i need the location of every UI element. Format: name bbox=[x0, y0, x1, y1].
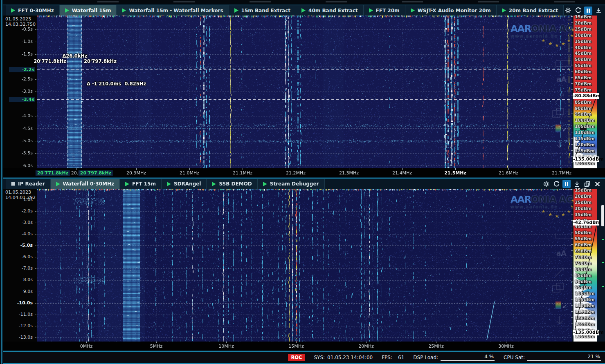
scale-tick bbox=[571, 102, 573, 102]
dbm-color-scale[interactable]: 15dBm20dBm25dBm30dBm35dBm40dBm45dBm50dBm… bbox=[574, 16, 597, 168]
time-axis-tick bbox=[35, 54, 36, 55]
scale-tick-label: 100dBm bbox=[575, 291, 594, 296]
eu-star-icon: ★ bbox=[542, 38, 545, 43]
tab-wsjt-x-audio-monitor-20m[interactable]: WSJT-X Audio Monitor 20m bbox=[405, 5, 497, 16]
scale-tick-label: 125dBm bbox=[575, 148, 594, 153]
tab-20m-band-extract[interactable]: 20m Band Extract bbox=[497, 5, 564, 16]
scale-tick-label: 50dBm bbox=[575, 230, 592, 235]
scale-tick bbox=[571, 257, 573, 257]
tab-ip-reader[interactable]: IP Reader bbox=[6, 179, 51, 189]
tab-40m-band-extract[interactable]: 40m Band Extract bbox=[296, 5, 363, 16]
time-axis-label: -5.0s bbox=[8, 138, 33, 143]
frequency-axis-tick bbox=[226, 342, 227, 343]
scale-tick bbox=[571, 275, 573, 275]
frequency-axis-label: 10MHz bbox=[218, 344, 234, 349]
scale-tick-label: 45dBm bbox=[575, 51, 592, 56]
floor-level-readout: -135.00dBm bbox=[573, 156, 599, 162]
close-button[interactable] bbox=[593, 180, 601, 188]
tab-waterfall-0-30mhz[interactable]: Waterfall 0-30MHz bbox=[51, 179, 120, 189]
scale-tick-label: 115dBm bbox=[575, 136, 594, 141]
frequency-axis-tick bbox=[436, 342, 436, 343]
palette-tool-icon[interactable] bbox=[556, 301, 561, 309]
ghost-frame-tool-icon[interactable] bbox=[556, 233, 572, 239]
tab-fft-0-30mhz[interactable]: FFT 0-30MHz bbox=[6, 5, 60, 16]
waterfall-display[interactable] bbox=[37, 16, 572, 168]
draw-line-tool-icon[interactable] bbox=[554, 93, 565, 104]
draw-line-tool-icon[interactable] bbox=[554, 267, 565, 278]
scale-tick-label: 55dBm bbox=[575, 63, 592, 68]
arrow-down-tool-icon[interactable] bbox=[555, 315, 565, 326]
font-size-tool-icon[interactable]: aA bbox=[556, 75, 567, 83]
time-axis-label: -2.5s bbox=[8, 76, 33, 82]
time-axis-label: -2.0s bbox=[8, 208, 33, 214]
time-axis-tick bbox=[35, 116, 36, 116]
refresh-button[interactable] bbox=[574, 7, 582, 15]
time-axis-label: -7.0s bbox=[8, 266, 33, 271]
play-icon bbox=[56, 182, 60, 186]
waterfall-display[interactable] bbox=[37, 189, 572, 342]
marker-delta-time-label: Δ -1'210.0ms 0.825Hz bbox=[87, 81, 146, 87]
frequency-axis-tick bbox=[506, 342, 506, 343]
tab-fft-15m[interactable]: FFT 15m bbox=[120, 179, 162, 189]
duplicate-button[interactable] bbox=[583, 180, 591, 188]
time-axis-tick bbox=[35, 141, 36, 141]
download-button[interactable] bbox=[573, 180, 581, 188]
font-size-tool-icon[interactable]: aA bbox=[556, 249, 567, 257]
settings-button[interactable] bbox=[564, 7, 572, 15]
scale-tick bbox=[571, 214, 573, 214]
time-axis-label: -10.0s bbox=[8, 300, 33, 306]
scale-tick bbox=[571, 126, 573, 126]
green-tick bbox=[602, 286, 604, 287]
tab-ssb-demod[interactable]: SSB DEMOD bbox=[207, 179, 257, 189]
copy-view-tool-icon[interactable] bbox=[552, 108, 565, 118]
time-axis-label: -2.2s bbox=[9, 67, 35, 72]
time-axis-label: -6.0s bbox=[8, 163, 33, 168]
play-icon bbox=[167, 182, 171, 186]
scale-tick bbox=[571, 16, 573, 17]
scale-tick bbox=[571, 232, 573, 232]
refresh-button[interactable] bbox=[552, 180, 560, 188]
frequency-axis-label: 21.0MHz bbox=[180, 170, 199, 176]
scale-tick-label: 20dBm bbox=[575, 194, 592, 199]
download-button[interactable] bbox=[594, 7, 603, 15]
frequency-axis-label: 21.1MHz bbox=[233, 170, 252, 176]
timestamp-date: 01.05.2023 bbox=[5, 16, 36, 22]
ghost-frame-tool-icon[interactable] bbox=[556, 60, 572, 67]
cpu-sat-value: 21 % bbox=[588, 354, 601, 360]
fps-value: 61 bbox=[398, 355, 404, 360]
fps-label: FPS: bbox=[382, 355, 392, 360]
scale-tick bbox=[571, 47, 573, 47]
scale-tick-label: 70dBm bbox=[575, 81, 592, 86]
tab-stream-debugger[interactable]: Stream Debugger bbox=[258, 179, 325, 189]
play-icon bbox=[122, 8, 126, 13]
settings-button[interactable] bbox=[542, 180, 550, 188]
scale-tick-label: 65dBm bbox=[575, 248, 592, 253]
time-axis-label: -0.5s bbox=[8, 27, 33, 32]
tab-sdrangel[interactable]: SDRAngel bbox=[162, 179, 207, 189]
timestamp-date: 01.05.2023 bbox=[5, 190, 36, 195]
pause-button[interactable] bbox=[562, 180, 571, 188]
time-axis-tick bbox=[35, 92, 36, 92]
dbm-color-scale[interactable]: 15dBm20dBm25dBm30dBm35dBm40dBm45dBm50dBm… bbox=[574, 189, 597, 342]
scale-tick-label: 15dBm bbox=[575, 188, 592, 192]
copy-view-tool-icon[interactable] bbox=[552, 283, 565, 293]
arrow-down-tool-icon[interactable] bbox=[555, 139, 565, 150]
pause-button[interactable] bbox=[584, 7, 592, 15]
scrollbar-thumb[interactable] bbox=[601, 205, 604, 226]
tab-label: 40m Band Extract bbox=[308, 8, 358, 13]
tab-15m-band-extract[interactable]: 15m Band Extract bbox=[229, 5, 296, 16]
right-gap bbox=[597, 16, 605, 168]
scale-tick-label: 60dBm bbox=[575, 69, 592, 74]
time-axis-tick bbox=[35, 100, 36, 100]
scale-tick-label: 95dBm bbox=[575, 285, 592, 290]
scale-tick bbox=[571, 144, 573, 145]
tab-fft-20m[interactable]: FFT 20m bbox=[364, 5, 405, 16]
tab-waterfall-15m-waterfall-markers[interactable]: Waterfall 15m - Waterfall Markers bbox=[117, 5, 229, 16]
tab-waterfall-15m[interactable]: Waterfall 15m bbox=[60, 5, 117, 16]
palette-tool-icon[interactable] bbox=[556, 125, 561, 132]
frequency-axis-tick bbox=[76, 168, 76, 170]
dsp-load-group: DSP Load: 4 % bbox=[413, 354, 495, 361]
scale-tick-label: 20dBm bbox=[575, 20, 592, 25]
time-axis-tick bbox=[35, 326, 36, 326]
tab-label: Waterfall 0-30MHz bbox=[63, 181, 114, 187]
